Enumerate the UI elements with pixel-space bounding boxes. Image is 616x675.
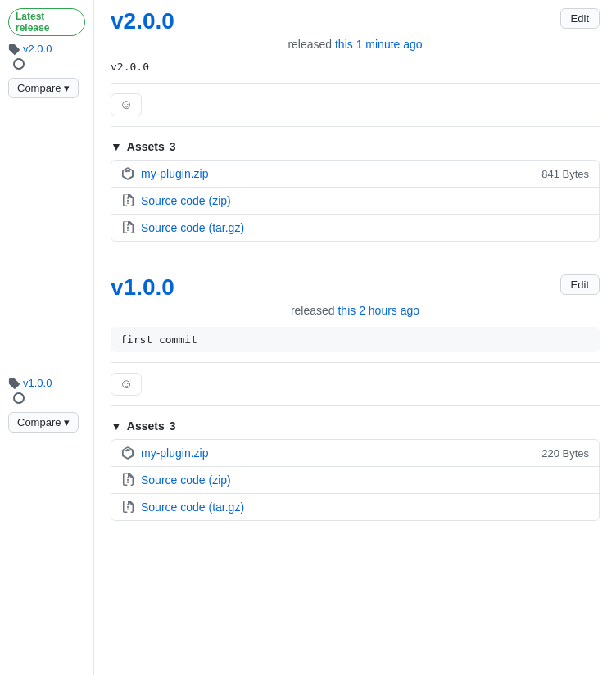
divider2-v200 <box>111 126 600 127</box>
tag-row-v100: v1.0.0 <box>8 377 85 389</box>
edit-button-v200[interactable]: Edit <box>560 8 600 29</box>
asset-link-v200-1[interactable]: Source code (zip) <box>141 194 231 207</box>
source-tar-icon <box>121 221 134 234</box>
assets-list-v100: my-plugin.zip 220 Bytes Source code (zip… <box>111 439 600 521</box>
source-zip-icon-v100 <box>121 473 134 487</box>
asset-item: Source code (zip) <box>111 467 599 494</box>
emoji-button-v100[interactable]: ☺ <box>111 373 142 396</box>
sidebar-tag-v200[interactable]: v2.0.0 <box>23 43 52 55</box>
assets-header-v200[interactable]: ▼ Assets 3 <box>111 140 600 153</box>
sidebar-release-2: v1.0.0 Compare ▾ <box>8 377 85 433</box>
asset-left: my-plugin.zip <box>121 167 208 180</box>
divider-v100 <box>111 362 600 363</box>
assets-triangle-v100: ▼ <box>111 419 122 433</box>
sidebar: Latest release v2.0.0 Compare ▾ v1.0 <box>0 0 94 675</box>
commit-dot-v200 <box>13 58 25 70</box>
source-zip-icon <box>121 194 134 207</box>
asset-link-v200-0[interactable]: my-plugin.zip <box>141 167 208 180</box>
asset-item: my-plugin.zip 841 Bytes <box>111 161 599 188</box>
commit-icon-row-v200 <box>8 58 85 70</box>
asset-link-v100-1[interactable]: Source code (zip) <box>141 473 231 487</box>
asset-left: Source code (zip) <box>121 194 231 207</box>
release-title-v100[interactable]: v1.0.0 <box>111 274 174 301</box>
released-link-v100[interactable]: this 2 hours ago <box>337 304 419 317</box>
edit-button-v100[interactable]: Edit <box>560 274 600 295</box>
asset-link-v100-0[interactable]: my-plugin.zip <box>141 446 208 460</box>
assets-label-v200: Assets <box>127 140 165 153</box>
sidebar-tag-v100[interactable]: v1.0.0 <box>23 377 52 389</box>
release-block-v200: v2.0.0 Edit released this 1 minute ago v… <box>111 8 600 242</box>
assets-section-v200: ▼ Assets 3 my-plugin.zip 841 Bytes <box>111 140 600 242</box>
divider-v200 <box>111 83 600 84</box>
package-icon-v100 <box>121 446 134 460</box>
compare-button-v100[interactable]: Compare ▾ <box>8 412 79 433</box>
assets-triangle-v200: ▼ <box>111 140 122 153</box>
asset-link-v100-2[interactable]: Source code (tar.gz) <box>141 501 244 514</box>
assets-count-v200: 3 <box>170 140 176 153</box>
asset-item: my-plugin.zip 220 Bytes <box>111 440 599 467</box>
released-link-v200[interactable]: this 1 minute ago <box>335 38 423 51</box>
emoji-button-v200[interactable]: ☺ <box>111 93 142 116</box>
commit-icon-row-v100 <box>8 392 85 404</box>
tag-icon-v100 <box>8 378 20 389</box>
assets-list-v200: my-plugin.zip 841 Bytes Source code (zip… <box>111 160 600 242</box>
asset-item: Source code (zip) <box>111 188 599 215</box>
released-text-v200: released <box>288 38 332 51</box>
tag-row-v200: v2.0.0 <box>8 43 85 55</box>
release-meta-v200: released this 1 minute ago <box>111 38 600 51</box>
main-content: v2.0.0 Edit released this 1 minute ago v… <box>94 0 616 675</box>
released-text-v100: released <box>291 304 335 317</box>
compare-chevron-v100: ▾ <box>64 416 70 428</box>
source-tar-icon-v100 <box>121 501 134 514</box>
release-header-v100: v1.0.0 Edit <box>111 274 600 301</box>
asset-left: Source code (zip) <box>121 473 231 487</box>
asset-left: my-plugin.zip <box>121 446 208 460</box>
release-body-v100: first commit <box>111 327 600 352</box>
release-meta-v100: released this 2 hours ago <box>111 304 600 317</box>
compare-chevron-v200: ▾ <box>64 82 70 94</box>
asset-item: Source code (tar.gz) <box>111 494 599 520</box>
asset-item: Source code (tar.gz) <box>111 215 599 241</box>
package-icon <box>121 167 134 180</box>
sidebar-release-1: Latest release v2.0.0 Compare ▾ <box>8 8 85 98</box>
release-tag-label-v200: v2.0.0 <box>111 61 600 73</box>
assets-header-v100[interactable]: ▼ Assets 3 <box>111 419 600 433</box>
asset-size-v100-0: 220 Bytes <box>541 447 589 460</box>
asset-left: Source code (tar.gz) <box>121 221 244 234</box>
compare-label-v100: Compare <box>17 416 61 428</box>
assets-count-v100: 3 <box>170 419 176 433</box>
asset-left: Source code (tar.gz) <box>121 501 244 514</box>
compare-button-v200[interactable]: Compare ▾ <box>8 78 79 98</box>
tag-icon <box>8 43 20 55</box>
divider2-v100 <box>111 405 600 406</box>
assets-section-v100: ▼ Assets 3 my-plugin.zip 220 Bytes <box>111 419 600 521</box>
compare-label-v200: Compare <box>17 82 61 94</box>
release-header-v200: v2.0.0 Edit <box>111 8 600 34</box>
release-title-v200[interactable]: v2.0.0 <box>111 8 174 34</box>
assets-label-v100: Assets <box>127 419 165 433</box>
commit-dot-v100 <box>13 392 25 404</box>
asset-size-v200-0: 841 Bytes <box>541 168 589 180</box>
release-block-v100: v1.0.0 Edit released this 2 hours ago fi… <box>111 274 600 521</box>
latest-release-badge: Latest release <box>8 8 85 36</box>
asset-link-v200-2[interactable]: Source code (tar.gz) <box>141 221 244 234</box>
